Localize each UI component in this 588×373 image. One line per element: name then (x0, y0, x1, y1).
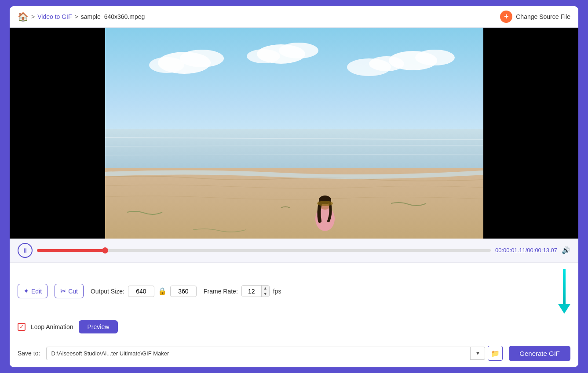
frame-rate-group: Frame Rate: ▲ ▼ fps (204, 285, 281, 297)
fps-arrows: ▲ ▼ (261, 286, 269, 297)
breadcrumb-separator: > (31, 13, 35, 20)
pause-icon: ⏸ (22, 247, 28, 254)
progress-fill (37, 249, 105, 252)
breadcrumb: 🏠 > Video to GIF > sample_640x360.mpeg (18, 11, 145, 22)
svg-point-6 (247, 49, 280, 63)
volume-icon[interactable]: 🔊 (562, 246, 570, 254)
generate-gif-button[interactable]: Generate GIF (509, 346, 570, 361)
breadcrumb-separator-2: > (75, 13, 78, 20)
cut-button[interactable]: ✂ Cut (55, 284, 84, 298)
video-frame (105, 28, 483, 239)
change-source-label: Change Source File (516, 13, 570, 20)
plus-icon: + (500, 11, 512, 23)
loop-animation-row: ✓ Loop Animation Preview (10, 320, 578, 340)
app-container: 🏠 > Video to GIF > sample_640x360.mpeg +… (9, 5, 579, 368)
save-path-input[interactable] (46, 347, 471, 360)
loop-animation-label: Loop Animation (31, 323, 73, 330)
output-size-group: Output Size: 🔒 (91, 286, 197, 297)
save-to-label: Save to: (18, 350, 40, 357)
svg-point-21 (317, 201, 333, 206)
header: 🏠 > Video to GIF > sample_640x360.mpeg +… (10, 6, 578, 28)
cut-label: Cut (68, 288, 78, 295)
progress-thumb (102, 247, 108, 253)
controls-bar: ⏸ 00:00:01.11/00:00:13.07 🔊 (10, 239, 578, 263)
toolbar: ✦ Edit ✂ Cut Output Size: 🔒 Frame Rate: … (10, 263, 578, 320)
fps-down-arrow[interactable]: ▼ (262, 291, 269, 297)
cyan-download-arrow (558, 269, 570, 314)
beach-scene-svg (105, 28, 483, 239)
width-input[interactable] (128, 286, 154, 297)
time-display: 00:00:01.11/00:00:13.07 (495, 247, 557, 253)
fps-up-arrow[interactable]: ▲ (262, 286, 269, 291)
svg-point-10 (415, 50, 455, 65)
save-path-dropdown-button[interactable]: ▼ (471, 347, 485, 360)
lock-icon[interactable]: 🔒 (158, 287, 167, 295)
video-player-area (10, 28, 578, 239)
scissors-icon: ✂ (60, 287, 66, 295)
preview-button[interactable]: Preview (79, 320, 118, 333)
output-size-label: Output Size: (91, 288, 124, 295)
svg-rect-12 (105, 129, 483, 173)
edit-button[interactable]: ✦ Edit (18, 284, 47, 298)
folder-icon: 📁 (491, 349, 500, 358)
arrow-head (558, 304, 570, 314)
height-input[interactable] (170, 286, 197, 297)
save-row: Save to: ▼ 📁 Generate GIF (10, 340, 578, 367)
pause-button[interactable]: ⏸ (18, 243, 33, 258)
fps-unit-label: fps (273, 288, 281, 295)
breadcrumb-link-video-to-gif[interactable]: Video to GIF (37, 13, 72, 20)
frame-rate-label: Frame Rate: (204, 288, 238, 295)
loop-animation-checkbox[interactable]: ✓ (18, 323, 26, 331)
fps-input[interactable] (242, 286, 261, 297)
breadcrumb-file-name: sample_640x360.mpeg (81, 13, 145, 20)
current-time: 00:00:01.11 (495, 247, 526, 253)
save-path-container: ▼ 📁 (46, 346, 503, 361)
home-icon[interactable]: 🏠 (18, 11, 29, 22)
svg-point-5 (279, 43, 318, 58)
svg-point-2 (180, 50, 224, 67)
arrow-shaft (563, 269, 566, 304)
edit-label: Edit (31, 288, 42, 295)
svg-point-3 (149, 57, 184, 73)
change-source-button[interactable]: + Change Source File (500, 11, 570, 23)
open-folder-button[interactable]: 📁 (488, 346, 503, 361)
total-time: 00:00:13.07 (527, 247, 557, 253)
magic-wand-icon: ✦ (23, 287, 29, 295)
arrow-indicator (558, 269, 570, 314)
fps-input-container: ▲ ▼ (241, 285, 270, 297)
svg-rect-16 (105, 168, 483, 239)
progress-bar[interactable] (37, 249, 491, 252)
